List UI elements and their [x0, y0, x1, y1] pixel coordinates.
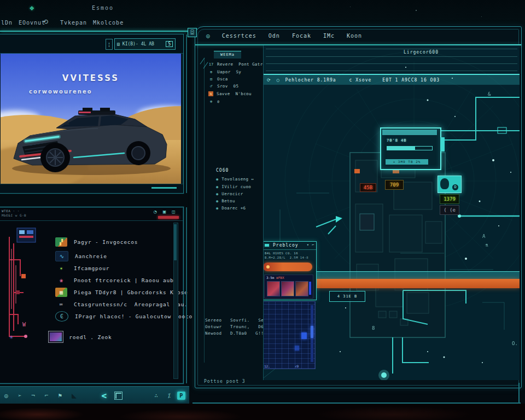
corner-rule [518, 383, 520, 404]
display-gray: ( (e [440, 205, 459, 215]
menu-item-1[interactable]: EOovnut [19, 20, 45, 26]
co60-label: Tovolaseng ↔ [221, 177, 254, 182]
add-node-icon: ⊕ [208, 70, 214, 74]
dot-icon: ◉ [216, 177, 218, 182]
co60-row-4[interactable]: ◉Doarec +6 [216, 205, 246, 212]
panel-menu-3[interactable]: IMc [323, 33, 335, 39]
menu-item-2[interactable]: Tvkepan [60, 20, 87, 26]
tree-row-3[interactable]: ♂Srov 05 [208, 83, 238, 90]
dot-icon: ◉ [216, 192, 218, 196]
monitor-icon [48, 331, 63, 343]
module-shield[interactable]: D [438, 176, 462, 193]
panel-menu-0[interactable]: Cessrtces [222, 33, 256, 39]
table-footer-left: 12. [264, 364, 270, 368]
app-logo-icon: ❖ [30, 3, 34, 12]
board-window-side-tab[interactable] [440, 137, 445, 151]
layer-row-1[interactable]: ∿Aanchreie [55, 250, 107, 262]
cursor-icon[interactable]: ➢ [18, 392, 22, 399]
hierarchy-subtitle: MbE&I w G-B [2, 213, 26, 217]
target-icon[interactable]: ◎ [4, 392, 8, 399]
strip-label: 3-5m ≡FBX [266, 276, 284, 279]
preview-progress-bar [263, 262, 312, 271]
highlighted-cell[interactable] [301, 332, 307, 339]
layer-row-3[interactable]: ❀Pnoot ftrcoreick | Raoou aube [55, 274, 177, 286]
tool-icon-2[interactable]: ⌐ [45, 392, 49, 399]
layer-label: IPragr hlacoc! - Gualocutow Voocobasg _ [75, 313, 214, 319]
menu-item-3[interactable]: Mkolcobe [93, 20, 124, 26]
hierarchy-scrollbar[interactable] [173, 223, 178, 379]
co60-row-3[interactable]: ◉Betou [216, 197, 235, 205]
tree-row-1[interactable]: ⊕Uapor Sy [208, 68, 241, 75]
tree-row-4[interactable]: NSavve N'bcou [208, 90, 252, 97]
highlighted-cell[interactable] [295, 346, 299, 351]
layer-row-4[interactable]: ▦Piega TDdyr8 | Gborcdorsks Ktose [55, 286, 188, 298]
table-scrollbar[interactable] [311, 305, 313, 362]
co60-label: IVilir cuoo [221, 184, 251, 189]
app-launcher-button[interactable]: P [177, 392, 185, 400]
thumbnail-strip[interactable]: 3-5m ≡FBX [264, 275, 313, 299]
layers-icon[interactable]: ▤ [117, 42, 120, 46]
panel-menu-4[interactable]: Koon [347, 33, 362, 39]
windows-grid-icon[interactable] [114, 392, 122, 400]
scrollbar-thumb[interactable] [174, 224, 177, 260]
panel-menu-1[interactable]: Odn [269, 33, 280, 39]
desktop: ❖ Esmoo lDn EOovnut ⟲ Tvkepan Mkolcobe ¦… [0, 0, 525, 420]
co60-row-2[interactable]: ◉Uerocicr [216, 190, 243, 197]
layer-row-6[interactable]: ϾIPragr hlacoc! - Gualocutow Voocobasg _ [55, 310, 214, 322]
tree-row-2[interactable]: ⊡Osca [208, 75, 228, 83]
data-table[interactable]: 12. ∠9 [263, 301, 316, 369]
viewport-field-2: 4L AB [141, 42, 154, 46]
viewport-s-button[interactable]: S [166, 41, 173, 47]
viewport-titlebar[interactable]: ¦ ▤ KI(B)- 4L AB S [0, 34, 183, 54]
strip-scrollbar[interactable] [309, 282, 311, 295]
panel-chip-icon[interactable]: ⍠ [188, 28, 197, 37]
teal-band [310, 271, 520, 279]
render-scene[interactable]: VVITESSS corwowoureneo [1, 54, 181, 184]
preview-window[interactable]: Preblcoy ▾ ⌐ B4L H1VES CO. 16 B.M=2.2B/L… [263, 241, 317, 300]
preview-titlebar[interactable]: Preblcoy [264, 243, 299, 248]
board-window-label: 70'8 4B [387, 138, 407, 143]
divider [0, 220, 183, 221]
viewport-hscrollbar[interactable] [151, 187, 177, 189]
viewport-toolbar-segment: ▤ KI(B)- 4L AB S [114, 38, 176, 50]
flag-icon[interactable]: ⚑ [59, 392, 62, 399]
panel-menu-2[interactable]: Focak [292, 33, 311, 39]
chevron-left-icon[interactable]: < [102, 390, 107, 401]
tree-label: Savve N'bcou [217, 91, 252, 96]
thumbnail[interactable] [295, 281, 308, 296]
thumbnail[interactable] [267, 281, 280, 296]
viewport-window: ¦ ▤ KI(B)- 4L AB S VVITESSS corwowourene… [0, 34, 184, 194]
floor [0, 404, 525, 420]
layer-row-0[interactable]: ▞Pagyr - Invgocecos [55, 236, 138, 248]
layer-row-5[interactable]: ≔Ctasgruntessn/c Areopragal pau. [55, 298, 188, 310]
layer-label: Pagyr - Invgocecos [74, 239, 138, 245]
tool-icon[interactable]: ¬ [31, 392, 35, 399]
flower-icon: ❀ [55, 276, 67, 285]
tree-row-5[interactable]: ⊕ʚ [208, 98, 220, 105]
scene-title: VVITESSS [1, 73, 181, 83]
dots-icon[interactable]: ∴ [154, 392, 158, 399]
thumbnail[interactable] [281, 281, 294, 296]
step-box[interactable]: 4 31E B [329, 291, 365, 302]
display-green: 1379 [440, 194, 459, 204]
stat-row-1: Ootuwr Trounc, D600 [205, 324, 270, 329]
footer-row[interactable]: ✳ roedl . Zeok [9, 330, 112, 344]
table-footer-right: ∠9 [295, 364, 299, 368]
layer-row-2[interactable]: ✶Ifcamgpour [55, 262, 109, 274]
star [481, 16, 482, 17]
co60-row-0[interactable]: ◉Tovolaseng ↔ [216, 176, 254, 183]
percent-icon[interactable]: ⁒ [168, 392, 171, 399]
co60-row-1[interactable]: ◉IVilir cuoo [216, 183, 251, 190]
tree-tab[interactable]: WEEMa [214, 51, 241, 59]
record-icon[interactable]: ◎ [206, 32, 210, 39]
preview-title-icons[interactable]: ▾ ⌐ [307, 243, 314, 247]
dot-icon: ◉ [216, 199, 218, 203]
board-window[interactable]: 70'8 4B + 3M9 TB 2% [380, 127, 441, 170]
viewport-mini-button[interactable]: ¦ [106, 39, 113, 50]
menu-item-0[interactable]: lDn [1, 20, 13, 26]
layer-label: Aanchreie [75, 253, 107, 259]
pointer-icon[interactable]: ◣ [72, 391, 76, 400]
window-control-buttons[interactable]: ◔ ▣ ◫ [154, 209, 177, 214]
refresh-icon[interactable]: ⟲ [43, 18, 48, 26]
map-area[interactable]: Lirgecor600 ⟳ ◯ Pehlocher 8.1R9a c Xsove… [263, 45, 520, 380]
